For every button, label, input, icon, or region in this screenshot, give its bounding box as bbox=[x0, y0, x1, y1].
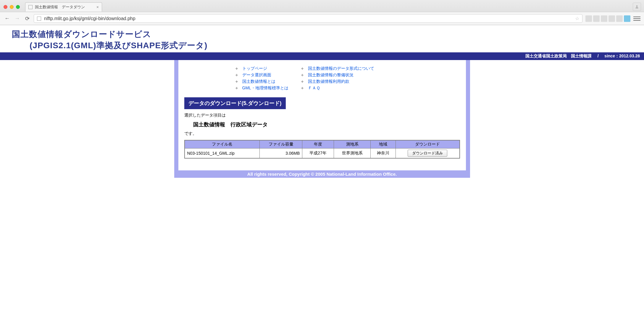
content-area: ＋トップページ ＋データ選択画面 ＋国土数値情報とは ＋GML・地理情報標準とは… bbox=[178, 60, 466, 170]
nav-item-gml: ＋GML・地理情報標準とは bbox=[235, 85, 288, 91]
nav-item-top: ＋トップページ bbox=[235, 66, 288, 71]
plus-icon: ＋ bbox=[235, 85, 239, 91]
cell-filename: N03-150101_14_GML.zip bbox=[185, 148, 260, 159]
cell-size: 3.06MB bbox=[260, 148, 302, 159]
intro-suffix: です。 bbox=[184, 131, 197, 136]
tab-bar: 国土数値情報 データダウン × bbox=[0, 0, 644, 12]
plus-icon: ＋ bbox=[235, 66, 239, 71]
nav-link[interactable]: ＦＡＱ bbox=[308, 85, 320, 91]
intro-text: 選択したデータ項目は 国土数値情報 行政区域データ です。 bbox=[184, 113, 460, 136]
page-header: 国土数値情報ダウンロードサービス (JPGIS2.1(GML)準拠及びSHAPE… bbox=[0, 25, 644, 52]
address-bar: ← → ⟳ nlftp.mlit.go.jp/ksj/gml/cgi-bin/d… bbox=[0, 12, 644, 25]
url-input[interactable]: nlftp.mlit.go.jp/ksj/gml/cgi-bin/downloa… bbox=[34, 14, 582, 23]
cell-download: ダウンロード済み bbox=[396, 148, 460, 159]
extension-icon[interactable] bbox=[624, 15, 630, 22]
th-datum: 測地系 bbox=[334, 140, 370, 148]
meta-separator: / bbox=[598, 54, 599, 58]
since-date: since：2012.03.28 bbox=[604, 54, 640, 58]
meta-bar: 国土交通省国土政策局 国土情報課 / since：2012.03.28 bbox=[0, 52, 644, 60]
org-name: 国土交通省国土政策局 国土情報課 bbox=[525, 54, 592, 58]
nav-link[interactable]: データ選択画面 bbox=[242, 72, 271, 78]
close-tab-icon[interactable]: × bbox=[96, 5, 99, 9]
plus-icon: ＋ bbox=[300, 85, 304, 91]
bookmark-star-icon[interactable]: ☆ bbox=[575, 16, 579, 21]
plus-icon: ＋ bbox=[235, 79, 239, 84]
nav-link[interactable]: トップページ bbox=[242, 66, 267, 71]
page-title: 国土数値情報ダウンロードサービス (JPGIS2.1(GML)準拠及びSHAPE… bbox=[12, 29, 632, 51]
plus-icon: ＋ bbox=[300, 72, 304, 78]
nav-item-status: ＋国土数値情報の整備状況 bbox=[300, 72, 374, 78]
extension-icon[interactable] bbox=[616, 15, 623, 22]
extension-icon[interactable] bbox=[609, 15, 615, 22]
download-table: ファイル名 ファイル容量 年度 測地系 地域 ダウンロード N03-150101… bbox=[184, 140, 460, 159]
nav-link[interactable]: 国土数値情報の整備状況 bbox=[308, 72, 354, 78]
intro-prefix: 選択したデータ項目は bbox=[184, 113, 226, 117]
nav-item-select: ＋データ選択画面 bbox=[235, 72, 288, 78]
nav-link[interactable]: GML・地理情報標準とは bbox=[242, 85, 288, 91]
th-download: ダウンロード bbox=[396, 140, 460, 148]
plus-icon: ＋ bbox=[300, 66, 304, 71]
nav-item-faq: ＋ＦＡＱ bbox=[300, 85, 374, 91]
tab-title: 国土数値情報 データダウン bbox=[35, 4, 85, 10]
window-controls bbox=[4, 5, 20, 9]
th-size: ファイル容量 bbox=[260, 140, 302, 148]
extension-icon[interactable] bbox=[593, 15, 600, 22]
extension-icons bbox=[585, 15, 630, 22]
nav-item-terms: ＋国土数値情報利用約款 bbox=[300, 79, 374, 84]
site-info-icon[interactable] bbox=[37, 17, 41, 21]
nav-link[interactable]: 国土数値情報のデータ形式について bbox=[308, 66, 374, 71]
maximize-window-button[interactable] bbox=[16, 5, 20, 9]
extension-icon[interactable] bbox=[585, 15, 592, 22]
menu-button[interactable] bbox=[633, 15, 640, 22]
cell-year: 平成27年 bbox=[302, 148, 334, 159]
section-header: データのダウンロード(5.ダウンロード) bbox=[184, 97, 286, 109]
profile-button[interactable] bbox=[633, 3, 641, 11]
close-window-button[interactable] bbox=[4, 5, 7, 9]
extension-icon[interactable] bbox=[601, 15, 607, 22]
plus-icon: ＋ bbox=[235, 72, 239, 78]
forward-button[interactable]: → bbox=[14, 15, 21, 22]
browser-tab[interactable]: 国土数値情報 データダウン × bbox=[25, 2, 102, 12]
url-text: nlftp.mlit.go.jp/ksj/gml/cgi-bin/downloa… bbox=[44, 16, 135, 21]
nav-links: ＋トップページ ＋データ選択画面 ＋国土数値情報とは ＋GML・地理情報標準とは… bbox=[184, 64, 460, 96]
th-region: 地域 bbox=[371, 140, 396, 148]
nav-link[interactable]: 国土数値情報とは bbox=[242, 79, 275, 84]
back-button[interactable]: ← bbox=[4, 15, 11, 22]
svg-point-0 bbox=[636, 5, 638, 7]
title-line1: 国土数値情報ダウンロードサービス bbox=[12, 30, 151, 39]
download-button[interactable]: ダウンロード済み bbox=[408, 150, 447, 157]
page-icon bbox=[28, 5, 33, 9]
cell-datum: 世界測地系 bbox=[334, 148, 370, 159]
selected-data-name: 国土数値情報 行政区域データ bbox=[193, 121, 460, 128]
table-row: N03-150101_14_GML.zip 3.06MB 平成27年 世界測地系… bbox=[185, 148, 460, 159]
plus-icon: ＋ bbox=[300, 79, 304, 84]
th-year: 年度 bbox=[302, 140, 334, 148]
footer-copyright: All rights reserved, Copyright © 2005 Na… bbox=[174, 170, 470, 178]
browser-chrome: 国土数値情報 データダウン × ← → ⟳ nlftp.mlit.go.jp/k… bbox=[0, 0, 644, 25]
nav-item-format: ＋国土数値情報のデータ形式について bbox=[300, 66, 374, 71]
title-line2: (JPGIS2.1(GML)準拠及びSHAPE形式データ) bbox=[30, 40, 632, 51]
th-filename: ファイル名 bbox=[185, 140, 260, 148]
nav-col-2: ＋国土数値情報のデータ形式について ＋国土数値情報の整備状況 ＋国土数値情報利用… bbox=[300, 66, 374, 91]
minimize-window-button[interactable] bbox=[10, 5, 14, 9]
nav-col-1: ＋トップページ ＋データ選択画面 ＋国土数値情報とは ＋GML・地理情報標準とは bbox=[235, 66, 288, 91]
main-container: ＋トップページ ＋データ選択画面 ＋国土数値情報とは ＋GML・地理情報標準とは… bbox=[174, 60, 470, 178]
nav-item-about: ＋国土数値情報とは bbox=[235, 79, 288, 84]
reload-button[interactable]: ⟳ bbox=[24, 15, 31, 22]
table-header-row: ファイル名 ファイル容量 年度 測地系 地域 ダウンロード bbox=[185, 140, 460, 148]
nav-link[interactable]: 国土数値情報利用約款 bbox=[308, 79, 349, 84]
cell-region: 神奈川 bbox=[371, 148, 396, 159]
